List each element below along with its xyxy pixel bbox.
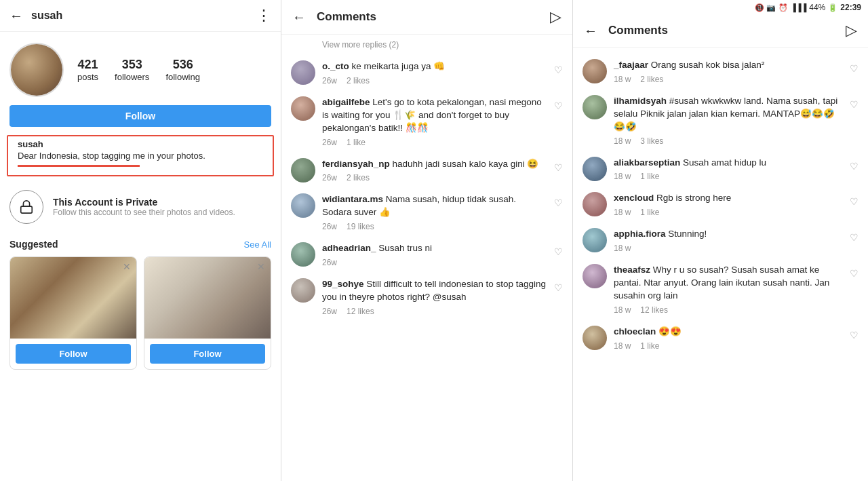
heart-icon[interactable]: ♡ [850,99,859,110]
comments-list-middle: View more replies (2) o._cto ke meikarta… [281,35,572,481]
comment-text: _faajaar Orang susah kok bisa jalan² [614,59,843,72]
comment-meta: 18 w 2 likes [614,75,843,84]
comment-text: aliakbarseptian Susah amat hidup lu [614,157,843,170]
comment-text: widiantara.ms Nama susah, hidup tidak su… [322,193,547,219]
card-follow-button-1[interactable]: Follow [16,344,131,364]
avatar [583,228,607,252]
stat-followers: 353 followers [115,58,149,82]
comment-time: 26w [322,222,337,231]
list-item: ilhamidsyah #susah wkwkwkw land. Nama su… [573,90,868,151]
avatar [583,326,607,350]
avatar [583,95,607,119]
comment-text: abigailfebe Let's go to kota pekalongan,… [322,96,547,135]
avatar [9,43,64,97]
following-label: following [165,72,200,82]
comment-text: adheadrian_ Susah trus ni [322,242,547,255]
heart-icon[interactable]: ♡ [850,330,859,341]
list-item: xencloud Rgb is strong here 18 w 1 like … [573,187,868,223]
comment-likes: 19 likes [347,222,374,231]
heart-icon[interactable]: ♡ [554,100,563,111]
comment-time: 18 w [614,244,631,253]
heart-icon[interactable]: ♡ [554,282,563,293]
avatar [583,192,607,216]
comment-meta: 18 w 1 like [614,208,843,217]
comment-time: 18 w [614,172,631,181]
comment-body: abigailfebe Let's go to kota pekalongan,… [322,96,547,147]
bio-section: susah Dear Indonesia, stop tagging me in… [7,135,274,176]
comments-panel-right: 📵 📷 ⏰ ▐▐▐ 44% 🔋 22:39 ← Comments ▷ _faaj… [573,0,868,481]
list-item: adheadrian_ Susah trus ni 26w ♡ [281,237,572,273]
avatar-image [11,44,62,96]
alarm-icon: ⏰ [778,3,788,12]
back-button[interactable]: ← [9,8,23,24]
comment-likes: 1 like [640,341,659,351]
suggested-card-2: ✕ Follow [144,256,271,370]
comments-title-middle: Comments [317,10,550,24]
follow-button[interactable]: Follow [9,105,271,127]
card-thumbnail-2 [144,257,271,339]
battery-icon: 🔋 [828,3,837,12]
avatar [291,96,315,121]
comment-body: chloeclan 😍😍 18 w 1 like [614,326,843,351]
back-button-right[interactable]: ← [584,23,597,39]
list-item: aliakbarseptian Susah amat hidup lu 18 w… [573,151,868,187]
comment-time: 18 w [614,208,631,217]
heart-icon[interactable]: ♡ [554,64,563,75]
comments-list-right: _faajaar Orang susah kok bisa jalan² 18 … [573,48,868,481]
avatar [291,158,315,182]
profile-header: ← susah ⋮ [0,0,281,32]
suggested-title: Suggested [9,239,58,250]
send-icon-middle[interactable]: ▷ [550,8,561,26]
comment-body: aliakbarseptian Susah amat hidup lu 18 w… [614,157,843,182]
avatar [291,278,315,303]
posts-count: 421 [78,58,98,72]
card-follow-button-2[interactable]: Follow [150,344,265,364]
clock-display: 22:39 [840,3,861,12]
comment-meta: 18 w 3 likes [614,136,843,146]
heart-icon[interactable]: ♡ [850,268,859,279]
comment-text: apphia.fiora Stunning! [614,228,843,241]
posts-label: posts [77,72,98,82]
comment-likes: 12 likes [347,307,374,316]
suggested-section: Suggested See All ✕ Follow ✕ Follow [0,233,281,372]
back-button-comments[interactable]: ← [292,9,306,25]
list-item: 99_sohye Still difficult to tell indones… [281,273,572,322]
page-title: susah [31,9,256,22]
following-count: 536 [173,58,193,72]
heart-icon[interactable]: ♡ [850,161,859,172]
comment-time: 26w [322,307,337,316]
private-text-block: This Account is Private Follow this acco… [53,197,235,217]
comment-text: 99_sohye Still difficult to tell indones… [322,278,547,304]
list-item: abigailfebe Let's go to kota pekalongan,… [281,91,572,153]
suggested-card-1: ✕ Follow [9,256,137,370]
comments-panel-middle: ← Comments ▷ View more replies (2) o._ct… [281,0,573,481]
svg-rect-0 [21,206,33,213]
private-account-section: This Account is Private Follow this acco… [0,183,281,233]
send-icon-right[interactable]: ▷ [846,22,857,39]
heart-icon[interactable]: ♡ [850,63,859,74]
close-icon-1[interactable]: ✕ [123,261,131,272]
heart-icon[interactable]: ♡ [554,246,563,257]
comment-meta: 26w 19 likes [322,222,547,231]
more-options-button[interactable]: ⋮ [256,7,271,24]
heart-icon[interactable]: ♡ [850,196,859,207]
comment-time: 26w [322,258,337,267]
heart-icon[interactable]: ♡ [554,162,563,173]
comments-title-right: Comments [608,24,846,37]
comment-likes: 1 like [640,208,659,217]
heart-icon[interactable]: ♡ [850,232,859,243]
comment-text: theaafsz Why r u so susah? Susah susah a… [614,264,843,303]
profile-panel: ← susah ⋮ 421 posts 353 followers 536 fo… [0,0,281,481]
avatar [583,264,607,288]
avatar [291,242,315,267]
status-bar: 📵 📷 ⏰ ▐▐▐ 44% 🔋 22:39 [573,0,868,14]
see-all-link[interactable]: See All [244,239,271,250]
stat-posts: 421 posts [77,58,98,82]
comment-likes: 1 like [640,172,659,181]
follow-button-wrap: Follow [0,102,281,135]
heart-icon[interactable]: ♡ [554,197,563,208]
close-icon-2[interactable]: ✕ [257,261,265,272]
followers-label: followers [115,72,149,82]
comment-body: apphia.fiora Stunning! 18 w [614,228,843,253]
view-more-replies[interactable]: View more replies (2) [281,40,572,55]
